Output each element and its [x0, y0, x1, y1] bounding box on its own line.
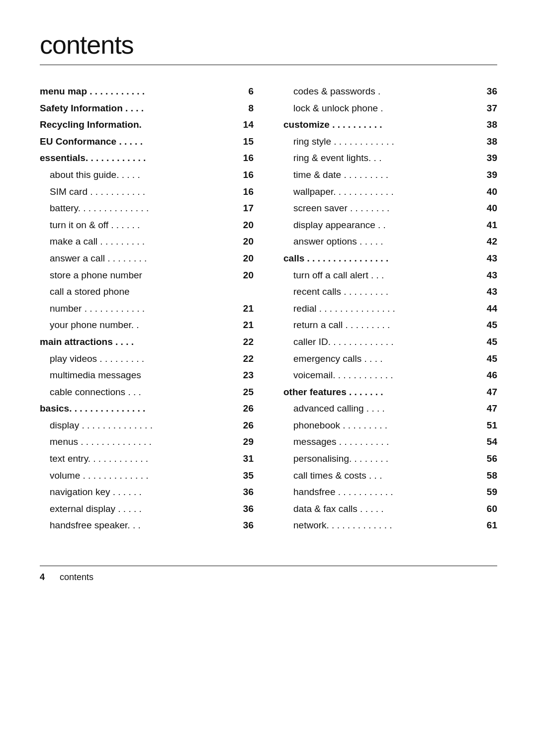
toc-item-page: 58 — [482, 469, 497, 483]
toc-item: answer a call . . . . . . . .20 — [40, 252, 254, 265]
toc-item-page: 20 — [239, 235, 254, 249]
toc-item-page: 41 — [482, 219, 497, 232]
toc-item-label: other features . . . . . . . — [283, 386, 482, 399]
footer-label: contents — [60, 572, 93, 583]
toc-item-page: 36 — [239, 503, 254, 516]
toc-item-label: recent calls . . . . . . . . . — [283, 285, 482, 299]
toc-item-label: wallpaper. . . . . . . . . . . . — [283, 185, 482, 199]
toc-item: data & fax calls . . . . .60 — [283, 503, 497, 516]
toc-item: voicemail. . . . . . . . . . . .46 — [283, 369, 497, 382]
toc-item-label: network. . . . . . . . . . . . . — [283, 519, 482, 532]
toc-item-label: lock & unlock phone . — [283, 102, 482, 115]
toc-item-page: 39 — [482, 152, 497, 165]
toc-item-label: time & date . . . . . . . . . — [283, 168, 482, 182]
toc-item: Safety Information . . . .8 — [40, 102, 254, 115]
toc-item: handsfree . . . . . . . . . . .59 — [283, 486, 497, 499]
toc-item: personalising. . . . . . . .56 — [283, 452, 497, 466]
toc-item-label: volume . . . . . . . . . . . . . — [40, 469, 239, 483]
toc-item-label: ring style . . . . . . . . . . . . — [283, 135, 482, 149]
toc-item: multimedia messages23 — [40, 369, 254, 382]
toc-item-label: handsfree . . . . . . . . . . . — [283, 486, 482, 499]
toc-item-page: 47 — [482, 402, 497, 416]
toc-item-page: 8 — [239, 102, 254, 115]
toc-item-page: 46 — [482, 369, 497, 382]
toc-item-label: screen saver . . . . . . . . — [283, 202, 482, 215]
toc-item-label: make a call . . . . . . . . . — [40, 235, 239, 249]
toc-item-page: 14 — [239, 118, 254, 132]
toc-item-label: call times & costs . . . — [283, 469, 482, 483]
toc-item: answer options . . . . .42 — [283, 235, 497, 249]
toc-item: recent calls . . . . . . . . .43 — [283, 285, 497, 299]
toc-item-label: display . . . . . . . . . . . . . . — [40, 419, 239, 432]
toc-item: screen saver . . . . . . . .40 — [283, 202, 497, 215]
toc-item-label: calls . . . . . . . . . . . . . . . . — [283, 252, 482, 265]
toc-item: redial . . . . . . . . . . . . . . .44 — [283, 302, 497, 316]
toc-item-page: 39 — [482, 168, 497, 182]
toc-item-label: caller ID. . . . . . . . . . . . . — [283, 336, 482, 349]
toc-item-label: main attractions . . . . — [40, 336, 239, 349]
toc-item: essentials. . . . . . . . . . . .16 — [40, 152, 254, 165]
toc-item: phonebook . . . . . . . . .51 — [283, 419, 497, 432]
divider — [40, 65, 497, 65]
toc-item-label: data & fax calls . . . . . — [283, 503, 482, 516]
toc-item-label: menu map . . . . . . . . . . . — [40, 85, 239, 98]
toc-item-page: 21 — [239, 302, 254, 316]
toc-item: external display . . . . .36 — [40, 503, 254, 516]
toc-item: wallpaper. . . . . . . . . . . .40 — [283, 185, 497, 199]
toc-item: main attractions . . . .22 — [40, 336, 254, 349]
toc-item-label: external display . . . . . — [40, 503, 239, 516]
toc-item-label: number . . . . . . . . . . . . — [40, 302, 239, 316]
toc-item: turn it on & off . . . . . .20 — [40, 219, 254, 232]
toc-item-label: personalising. . . . . . . . — [283, 452, 482, 466]
toc-item-label: turn it on & off . . . . . . — [40, 219, 239, 232]
left-column: menu map . . . . . . . . . . .6Safety In… — [40, 85, 273, 536]
toc-item: turn off a call alert . . .43 — [283, 269, 497, 282]
toc-item: Recycling Information.14 — [40, 118, 254, 132]
right-column: codes & passwords .36lock & unlock phone… — [273, 85, 497, 536]
toc-item-page: 17 — [239, 202, 254, 215]
toc-item-page: 42 — [482, 235, 497, 249]
toc-item-page: 40 — [482, 185, 497, 199]
toc-item-page: 16 — [239, 168, 254, 182]
toc-item: number . . . . . . . . . . . .21 — [40, 302, 254, 316]
toc-item: messages . . . . . . . . . .54 — [283, 435, 497, 449]
toc-item-page: 36 — [239, 486, 254, 499]
toc-item-page: 20 — [239, 219, 254, 232]
toc-item: EU Conformance . . . . .15 — [40, 135, 254, 149]
toc-item-label: Safety Information . . . . — [40, 102, 239, 115]
toc-item-label: redial . . . . . . . . . . . . . . . — [283, 302, 482, 316]
toc-item: handsfree speaker. . .36 — [40, 519, 254, 532]
toc-item-page: 45 — [482, 336, 497, 349]
toc-item-page: 54 — [482, 435, 497, 449]
toc-item: your phone number. .21 — [40, 319, 254, 332]
toc-item-label: your phone number. . — [40, 319, 239, 332]
toc-item: caller ID. . . . . . . . . . . . .45 — [283, 336, 497, 349]
toc-item-label: codes & passwords . — [283, 85, 482, 98]
page-title: contents — [40, 30, 497, 60]
toc-item-page: 59 — [482, 486, 497, 499]
toc-item: basics. . . . . . . . . . . . . . .26 — [40, 402, 254, 416]
toc-item-page: 36 — [239, 519, 254, 532]
toc-item-label: SIM card . . . . . . . . . . . — [40, 185, 239, 199]
toc-item-label: play videos . . . . . . . . . — [40, 352, 239, 366]
toc-item-label: about this guide. . . . . — [40, 168, 239, 182]
toc-item: navigation key . . . . . .36 — [40, 486, 254, 499]
toc-item-page: 22 — [239, 352, 254, 366]
toc-item-page: 31 — [239, 452, 254, 466]
toc-item-page: 29 — [239, 435, 254, 449]
toc-item-page: 45 — [482, 319, 497, 332]
toc-item-label: cable connections . . . — [40, 386, 239, 399]
toc-item-page: 20 — [239, 252, 254, 265]
toc-item-page: 43 — [482, 269, 497, 282]
toc-item-page: 40 — [482, 202, 497, 215]
toc-item-page: 36 — [482, 85, 497, 98]
toc-item-page: 47 — [482, 386, 497, 399]
toc-item-label: ring & event lights. . . — [283, 152, 482, 165]
toc-item-page: 26 — [239, 419, 254, 432]
toc-item-label: battery. . . . . . . . . . . . . . — [40, 202, 239, 215]
toc-item-page: 43 — [482, 252, 497, 265]
toc-item-page: 35 — [239, 469, 254, 483]
toc-item-page: 25 — [239, 386, 254, 399]
toc-item: display . . . . . . . . . . . . . .26 — [40, 419, 254, 432]
toc-item-page: 38 — [482, 135, 497, 149]
